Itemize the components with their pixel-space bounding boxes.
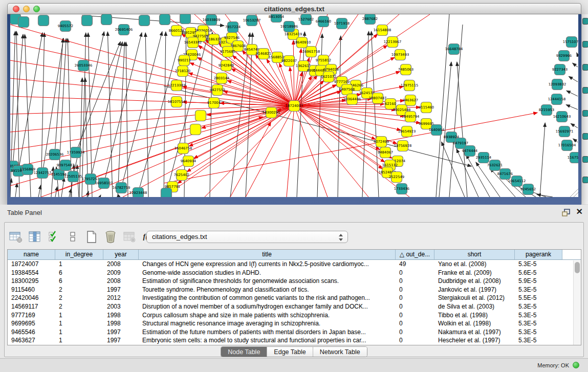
edge[interactable] <box>230 33 250 197</box>
table-cell[interactable]: 1 <box>55 311 103 320</box>
table-cell[interactable]: 19384554 <box>8 269 55 277</box>
edge[interactable] <box>569 76 578 82</box>
column-header-year[interactable]: year <box>103 250 139 259</box>
canvas-resize-grip[interactable] <box>570 189 578 197</box>
table-cell[interactable]: 9463627 <box>8 336 55 345</box>
table-cell[interactable]: 2 <box>55 302 103 311</box>
table-cell[interactable]: Estimation of the future numbers of pati… <box>139 328 396 337</box>
table-cell[interactable]: Stergiakouli et al. (2012) <box>434 294 515 302</box>
table-cell[interactable]: Disruption of a novel member of a sodium… <box>139 302 396 311</box>
close-window-button[interactable] <box>13 6 19 12</box>
table-cell[interactable]: 2008 <box>103 260 139 269</box>
table-cell[interactable]: 0 <box>396 277 434 286</box>
table-cell[interactable]: 5.3E-5 <box>515 311 562 320</box>
table-cell[interactable]: de Silva et al. (2003) <box>434 302 515 311</box>
table-cell[interactable]: 0 <box>396 319 434 328</box>
edge[interactable] <box>164 32 166 197</box>
tab-edge-table[interactable]: Edge Table <box>267 347 313 357</box>
table-row[interactable]: 946362711997Embryonic stem cells: a mode… <box>8 336 581 345</box>
table-row[interactable]: 969969511998Structural magnetic resonanc… <box>8 319 581 328</box>
table-cell[interactable]: 0 <box>396 311 434 320</box>
column-header-title[interactable]: title <box>139 250 396 259</box>
table-cell[interactable]: Investigating the contribution of common… <box>139 294 396 302</box>
table-cell[interactable]: 2003 <box>103 302 139 311</box>
table-cell[interactable]: 1998 <box>103 311 139 320</box>
citation-edge[interactable] <box>246 106 294 197</box>
table-cell[interactable]: 5.3E-5 <box>515 302 562 311</box>
table-cell[interactable]: 1997 <box>103 286 139 294</box>
edge[interactable] <box>573 139 578 142</box>
table-cell[interactable]: 1998 <box>103 319 139 328</box>
edge[interactable] <box>126 42 128 197</box>
table-cell[interactable]: 5.3E-5 <box>515 286 562 294</box>
table-cell[interactable]: Franke et al. (2009) <box>434 269 515 277</box>
citation-edge[interactable] <box>10 25 294 106</box>
select-rows-icon[interactable] <box>47 230 61 244</box>
table-vertical-scrollbar[interactable] <box>573 260 581 345</box>
column-header-short[interactable]: short <box>434 250 515 259</box>
table-cell[interactable]: 9777169 <box>8 311 55 320</box>
graph-node-teal[interactable] <box>82 15 93 26</box>
citation-edge[interactable] <box>10 78 294 106</box>
table-cell[interactable]: 0 <box>396 302 434 311</box>
table-cell[interactable]: 0 <box>396 286 434 294</box>
table-cell[interactable]: 5.3E-5 <box>515 260 562 269</box>
table-cell[interactable]: 0 <box>396 294 434 302</box>
graph-node-teal[interactable] <box>139 15 150 26</box>
edge[interactable] <box>571 123 578 128</box>
table-cell[interactable]: 0 <box>396 269 434 277</box>
graph-node-yellow[interactable] <box>195 111 206 121</box>
citation-network-graph[interactable]: 1872400718300295866012389129541822605894… <box>10 14 578 197</box>
table-row[interactable]: 977716911998Corpus callosum shape and si… <box>8 311 581 320</box>
table-settings-icon[interactable] <box>9 230 23 244</box>
citation-edge[interactable] <box>202 106 294 128</box>
edge[interactable] <box>566 105 578 110</box>
table-cell[interactable]: 2 <box>55 286 103 294</box>
table-row[interactable]: 1830029562008Estimation of significance … <box>8 277 581 286</box>
table-cell[interactable]: 6 <box>55 269 103 277</box>
edge[interactable] <box>100 195 101 197</box>
table-cell[interactable]: 9115460 <box>8 286 55 294</box>
scrollbar-thumb[interactable] <box>575 262 580 273</box>
minimize-window-button[interactable] <box>23 6 30 12</box>
edge[interactable] <box>118 42 124 197</box>
edge[interactable] <box>61 178 64 197</box>
edge[interactable] <box>76 41 121 152</box>
citation-edge[interactable] <box>10 60 294 106</box>
table-cell[interactable]: 1 <box>55 319 103 328</box>
table-cell[interactable]: 5.5E-5 <box>515 294 562 302</box>
edge[interactable] <box>457 62 467 197</box>
table-cell[interactable]: 5.3E-5 <box>515 319 562 328</box>
table-cell[interactable]: 2008 <box>103 277 139 286</box>
zoom-window-button[interactable] <box>33 6 40 12</box>
table-cell[interactable]: 22420046 <box>8 294 55 302</box>
table-cell[interactable]: Tibbo et al. (1998) <box>434 311 515 320</box>
close-panel-icon[interactable]: ✕ <box>576 208 583 216</box>
table-cell[interactable]: 9699695 <box>8 319 55 328</box>
table-cell[interactable]: Estimation of significance thresholds fo… <box>139 277 396 286</box>
citation-edge[interactable] <box>293 40 294 106</box>
graph-node-teal[interactable] <box>160 14 170 25</box>
table-cell[interactable]: 0 <box>396 336 434 345</box>
window-titlebar[interactable]: citations_edges.txt <box>7 3 581 14</box>
edge[interactable] <box>55 38 63 155</box>
edge[interactable] <box>297 32 304 197</box>
table-cell[interactable]: 0 <box>396 328 434 337</box>
network-canvas[interactable]: 1872400718300295866012389129541822605894… <box>10 14 578 197</box>
graph-node-teal[interactable] <box>180 14 191 24</box>
table-cell[interactable]: Nakamura et al. (1997) <box>434 328 515 337</box>
table-cell[interactable]: Jankovic et al. (1997) <box>434 286 515 294</box>
graph-node-teal[interactable] <box>101 14 112 25</box>
table-cell[interactable]: 2 <box>55 294 103 302</box>
table-row[interactable]: 946554611997Estimation of the future num… <box>8 328 581 337</box>
edge[interactable] <box>88 33 92 197</box>
citation-edge[interactable] <box>205 106 294 197</box>
edge[interactable] <box>567 91 578 96</box>
table-cell[interactable]: Wolkin et al. (1998) <box>434 319 515 328</box>
table-cell[interactable]: 18724007 <box>8 260 55 269</box>
delete-table-icon[interactable] <box>122 230 137 244</box>
column-header-name[interactable]: name <box>8 250 55 259</box>
table-cell[interactable]: 5.3E-5 <box>515 336 562 345</box>
graph-node-yellow[interactable] <box>190 124 201 135</box>
table-cell[interactable]: 2009 <box>103 269 139 277</box>
